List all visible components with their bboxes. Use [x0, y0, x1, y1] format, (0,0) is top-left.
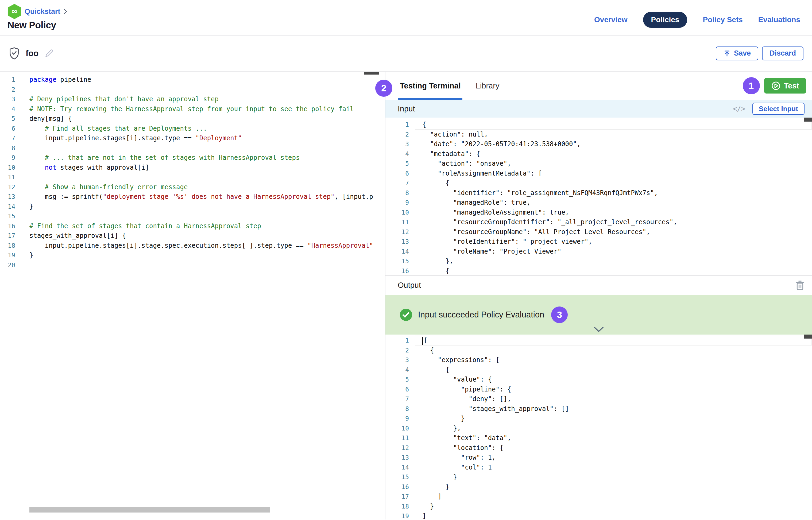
code-line[interactable]: 13 "row": 1, — [385, 453, 812, 463]
module-nav: Overview Policies Policy Sets Evaluation… — [594, 0, 812, 29]
code-line[interactable]: 7 input.pipeline.stages[i].stage.type ==… — [0, 133, 385, 143]
code-line[interactable]: 12 "resourceGroupName": "All Project Lev… — [385, 227, 812, 237]
nav-policies[interactable]: Policies — [643, 12, 687, 28]
code-line[interactable]: 9 "managedRole": true, — [385, 198, 812, 208]
input-json-lines[interactable]: 1{2 "action": null,3 "date": "2022-05-05… — [385, 120, 812, 275]
code-line[interactable]: 9 } — [385, 414, 812, 423]
code-line[interactable]: 15 }, — [385, 256, 812, 266]
code-line[interactable]: 5deny[msg] { — [0, 114, 385, 124]
trash-icon[interactable] — [795, 280, 805, 290]
shield-check-icon — [8, 47, 20, 60]
terminal-tabs-row: Testing Terminal Library 1 Test — [385, 72, 812, 100]
code-line[interactable]: 5 "value": { — [385, 374, 812, 385]
page-title: New Policy — [7, 20, 67, 30]
tour-step-3-badge[interactable]: 3 — [551, 307, 568, 323]
breadcrumb-link-quickstart[interactable]: Quickstart — [25, 7, 60, 16]
input-label: Input — [398, 104, 415, 113]
test-button[interactable]: Test — [764, 78, 806, 94]
select-input-button[interactable]: Select Input — [753, 103, 805, 115]
code-line[interactable]: 14 "roleName": "Project Viewer" — [385, 246, 812, 257]
code-line[interactable]: 18 input.pipeline.stages[i].stage.spec.e… — [0, 241, 385, 251]
code-line[interactable]: 3 "date": "2022-05-05T20:41:23.538+0000"… — [385, 139, 812, 149]
code-line[interactable]: 2 { — [385, 345, 812, 356]
code-line[interactable]: 17 ] — [385, 492, 812, 501]
code-line[interactable]: 20 — [0, 260, 385, 270]
code-line[interactable]: 2 — [0, 85, 385, 95]
editor-scroll-thumb[interactable] — [364, 72, 379, 75]
discard-button[interactable]: Discard — [762, 47, 804, 60]
code-line[interactable]: 10 }, — [385, 423, 812, 434]
policy-code-editor[interactable]: 1package pipeline23# Deny pipelines that… — [0, 72, 385, 519]
code-line[interactable]: 15 — [0, 211, 385, 221]
code-line[interactable]: 7 "deny": [], — [385, 394, 812, 404]
code-line[interactable]: 10 not stages_with_approval[i] — [0, 163, 385, 173]
code-line[interactable]: 16# Find the set of stages that contain … — [0, 221, 385, 231]
code-icon[interactable]: </> — [733, 105, 745, 113]
evaluation-success-banner: Input succeeded Policy Evaluation 3 — [385, 295, 812, 335]
code-line[interactable]: 3# Deny pipelines that don't have an app… — [0, 94, 385, 104]
breadcrumb: ∞ Quickstart — [7, 4, 67, 19]
chevron-down-icon[interactable] — [593, 327, 604, 332]
code-line[interactable]: 1[ — [385, 336, 812, 345]
code-line[interactable]: 11 "resourceGroupIdentifier": "_all_proj… — [385, 217, 812, 227]
policy-code-lines[interactable]: 1package pipeline23# Deny pipelines that… — [0, 72, 385, 270]
horizontal-scrollbar[interactable] — [29, 507, 270, 513]
editor-scroll-thumb[interactable] — [804, 118, 812, 122]
code-line[interactable]: 15 } — [385, 472, 812, 482]
code-line[interactable]: 4 { — [385, 365, 812, 375]
code-line[interactable]: 6 "roleAssignmentMetadata": [ — [385, 168, 812, 179]
output-json-lines[interactable]: 1[2 {3 "expressions": [4 {5 "value": {6 … — [385, 336, 812, 519]
code-line[interactable]: 8 — [0, 143, 385, 153]
code-line[interactable]: 1package pipeline — [0, 75, 385, 85]
discard-label: Discard — [769, 49, 796, 57]
code-line[interactable]: 8 "identifier": "role_assignment_NsFQM43… — [385, 188, 812, 198]
tab-library[interactable]: Library — [474, 72, 501, 100]
output-json-editor[interactable]: 1[2 {3 "expressions": [4 {5 "value": {6 … — [385, 335, 812, 519]
code-line[interactable]: 11 — [0, 172, 385, 182]
code-line[interactable]: 9 # ... that are not in the set of stage… — [0, 153, 385, 163]
tour-step-1-badge[interactable]: 1 — [743, 77, 760, 94]
code-line[interactable]: 6 "pipeline": { — [385, 385, 812, 394]
nav-overview[interactable]: Overview — [594, 16, 628, 24]
nav-policy-sets[interactable]: Policy Sets — [703, 16, 742, 24]
code-line[interactable]: 16 } — [385, 482, 812, 492]
code-line[interactable]: 11 "text": "data", — [385, 433, 812, 443]
editor-scroll-thumb[interactable] — [804, 335, 812, 339]
code-line[interactable]: 12 # Show a human-friendly error message — [0, 182, 385, 192]
output-label: Output — [398, 281, 795, 290]
edit-pencil-icon[interactable] — [44, 48, 54, 59]
code-line[interactable]: 13 "roleIdentifier": "_project_viewer", — [385, 237, 812, 246]
harness-logo-icon[interactable]: ∞ — [7, 4, 21, 19]
code-line[interactable]: 3 "expressions": [ — [385, 355, 812, 365]
play-circle-icon — [771, 81, 781, 90]
banner-message: Input succeeded Policy Evaluation — [418, 310, 544, 319]
code-line[interactable]: 12 "location": { — [385, 443, 812, 453]
code-line[interactable]: 14 "col": 1 — [385, 463, 812, 472]
code-line[interactable]: 6 # Find all stages that are Deployments… — [0, 124, 385, 134]
code-line[interactable]: 14} — [0, 202, 385, 212]
nav-evaluations[interactable]: Evaluations — [758, 16, 800, 24]
save-button[interactable]: Save — [716, 47, 758, 60]
page-header: ∞ Quickstart New Policy Overview Policie… — [0, 0, 812, 35]
policy-name: foo — [26, 49, 39, 58]
upload-arrow-icon — [723, 50, 731, 57]
code-line[interactable]: 19] — [385, 511, 812, 519]
input-json-editor[interactable]: 1{2 "action": null,3 "date": "2022-05-05… — [385, 118, 812, 275]
code-line[interactable]: 2 "action": null, — [385, 130, 812, 139]
code-line[interactable]: 10 "managedRoleAssignment": true, — [385, 208, 812, 217]
code-line[interactable]: 4 "metadata": { — [385, 149, 812, 159]
tour-step-2-badge[interactable]: 2 — [375, 80, 392, 97]
code-line[interactable]: 7 { — [385, 178, 812, 188]
code-line[interactable]: 13 msg := sprintf("deployment stage '%s'… — [0, 192, 385, 202]
code-line[interactable]: 17stages_with_approval[i] { — [0, 231, 385, 241]
tab-testing-terminal[interactable]: Testing Terminal — [398, 72, 462, 100]
code-line[interactable]: 1{ — [385, 120, 812, 130]
code-line[interactable]: 8 "stages_with_approval": [] — [385, 404, 812, 414]
code-line[interactable]: 16 { — [385, 266, 812, 276]
code-line[interactable]: 18 } — [385, 501, 812, 512]
code-line[interactable]: 4# NOTE: Try removing the HarnessApprova… — [0, 104, 385, 114]
output-section-header: Output — [385, 275, 812, 295]
testing-terminal-panel: 2 Testing Terminal Library 1 Test Input … — [385, 72, 812, 519]
code-line[interactable]: 19} — [0, 251, 385, 260]
code-line[interactable]: 5 "action": "onsave", — [385, 159, 812, 168]
